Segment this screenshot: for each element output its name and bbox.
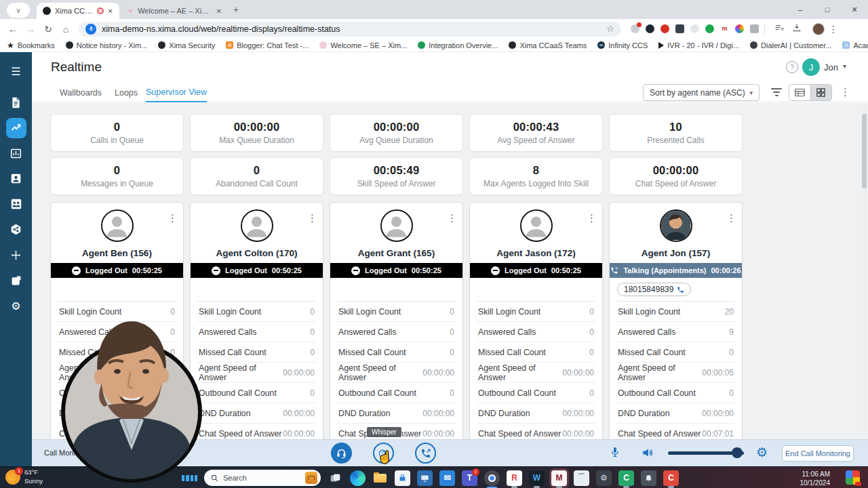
sidebar-item-settings[interactable]: ⚙ <box>6 296 26 316</box>
extension-icon[interactable] <box>660 24 669 33</box>
close-button[interactable]: ✕ <box>841 5 868 14</box>
bookmark-item[interactable]: Xima Security <box>158 41 215 49</box>
sort-dropdown[interactable]: Sort by agent name (ASC) ▾ <box>643 84 760 101</box>
scrollbar-thumb[interactable] <box>862 114 867 188</box>
bookmark-item[interactable]: Xima CCaaS Teams <box>509 41 587 49</box>
bookmark-item[interactable]: Welcome – SE – Xim... <box>319 41 407 49</box>
extension-icon[interactable] <box>690 24 699 33</box>
speaker-icon[interactable] <box>641 446 654 462</box>
notes-app-icon[interactable] <box>574 470 589 486</box>
color-wheel-extension-icon[interactable] <box>735 24 744 33</box>
tab-close-icon[interactable]: ✕ <box>216 7 222 15</box>
sidebar-menu-icon[interactable]: ☰ <box>6 61 26 81</box>
widgets-icon[interactable] <box>846 470 860 485</box>
sidebar-item-agents[interactable] <box>6 169 26 189</box>
reading-list-icon[interactable] <box>770 23 788 35</box>
mail-icon[interactable]: ✉ <box>439 470 455 486</box>
sidebar-item-share[interactable] <box>6 220 26 240</box>
start-button[interactable] <box>182 470 197 486</box>
microphone-icon[interactable] <box>610 446 620 462</box>
active-call-chip[interactable]: 18015849839 <box>617 283 691 296</box>
file-explorer-icon[interactable] <box>372 470 388 486</box>
device-icon[interactable] <box>417 470 433 486</box>
status-time: 00:50:25 <box>272 266 302 274</box>
settings-app-icon[interactable]: ⚙ <box>596 470 612 486</box>
bookmark-item[interactable]: DialerAI | Customer... <box>750 41 831 49</box>
grid-view-button[interactable] <box>810 85 831 100</box>
sidebar-item-reports[interactable] <box>6 92 26 113</box>
back-icon[interactable]: ← <box>4 24 22 35</box>
agent-menu-icon[interactable]: ⋮ <box>167 212 178 224</box>
browser-menu-icon[interactable]: ⋮ <box>825 24 842 35</box>
taskbar-clock[interactable]: 11:06 AM 10/1/2024 <box>800 470 831 487</box>
bookmark-item[interactable]: BBlogger: Chat Test -... <box>226 41 309 49</box>
weather-widget[interactable]: 1 63°FSunny <box>5 468 43 486</box>
downloads-icon[interactable] <box>788 23 806 35</box>
user-name[interactable]: Jon <box>824 62 838 73</box>
agent-menu-icon[interactable]: ⋮ <box>587 212 597 224</box>
filter-icon[interactable] <box>770 86 783 100</box>
word-app-icon[interactable]: W <box>529 470 545 486</box>
bookmark-item[interactable]: Integration Overvie... <box>418 41 498 49</box>
sidebar-item-groups[interactable] <box>6 194 26 214</box>
r-app-icon[interactable]: R <box>507 470 522 486</box>
camtasia-icon[interactable]: C <box>618 470 634 486</box>
listen-button[interactable] <box>331 443 352 464</box>
browser-tab-active[interactable]: Xima CCaaS ✕ <box>37 3 119 19</box>
user-avatar[interactable]: J <box>802 58 820 76</box>
forward-icon[interactable]: → <box>22 24 39 35</box>
user-caret-icon[interactable]: ▾ <box>843 62 846 70</box>
chrome-icon[interactable] <box>484 470 500 486</box>
recorder2-app-icon[interactable]: C <box>663 470 679 486</box>
whatsapp-extension-icon[interactable] <box>705 24 714 33</box>
bookmark-item[interactable]: IVR - 20 - IVR / Digi... <box>658 41 739 49</box>
barge-button[interactable] <box>415 443 436 464</box>
bell-app-icon[interactable] <box>641 470 656 486</box>
bookmarks-label[interactable]: ★Bookmarks <box>7 41 55 50</box>
volume-slider-thumb[interactable] <box>732 447 743 458</box>
task-view-button[interactable] <box>328 470 343 486</box>
agent-menu-icon[interactable]: ⋮ <box>726 212 736 224</box>
tab-wallboards[interactable]: Wallboards <box>60 83 102 102</box>
sidebar-item-external-link[interactable] <box>6 270 26 291</box>
bookmark-item[interactable]: Notice history - Xim... <box>66 41 148 49</box>
taskbar-search[interactable]: Search <box>204 470 321 486</box>
new-tab-button[interactable]: + <box>233 4 239 15</box>
monitor-settings-gear-icon[interactable]: ⚙ <box>756 445 768 460</box>
volume-slider[interactable] <box>668 451 744 455</box>
tab-supervisor-view[interactable]: Supervisor View <box>146 83 207 102</box>
bookmark-star-icon[interactable]: ☆ <box>606 24 614 34</box>
extension-icon[interactable] <box>631 24 639 33</box>
stat-row: Skill Login Count0 <box>197 302 316 322</box>
scrollbar[interactable] <box>863 104 867 438</box>
edge-icon[interactable] <box>350 470 366 486</box>
sidebar-item-realtime[interactable] <box>6 118 26 138</box>
store-icon[interactable] <box>395 470 410 486</box>
extension-m-icon[interactable]: m <box>720 24 729 33</box>
sidebar-item-move[interactable] <box>6 245 26 265</box>
extension-clock-icon[interactable] <box>646 24 654 33</box>
tab-loops[interactable]: Loops <box>115 83 138 102</box>
refresh-icon[interactable]: ↻ <box>39 24 57 35</box>
tab-search-button[interactable]: v <box>7 3 30 18</box>
table-view-button[interactable] <box>789 85 810 100</box>
sidebar-item-dashboards[interactable] <box>6 143 26 163</box>
agent-menu-icon[interactable]: ⋮ <box>307 212 317 224</box>
extensions-puzzle-icon[interactable] <box>750 24 759 33</box>
recorder-app-icon[interactable]: M <box>551 470 567 486</box>
minimize-button[interactable]: – <box>787 5 814 14</box>
bookmark-item[interactable]: ∞Infinity CCS <box>597 41 648 49</box>
agent-menu-icon[interactable]: ⋮ <box>447 212 457 224</box>
browser-tab-inactive[interactable]: ♥ Welcome – AE – Xima Demo S... ✕ <box>122 3 228 19</box>
extension-icon[interactable] <box>675 24 684 33</box>
more-options-icon[interactable]: ⋮ <box>840 86 850 98</box>
maximize-button[interactable]: □ <box>814 5 841 14</box>
help-icon[interactable]: ? <box>786 61 798 73</box>
browser-profile-avatar[interactable] <box>812 23 825 35</box>
url-bar[interactable]: xima-demo-ns.xima.cloud/web/realtime-dis… <box>79 22 621 37</box>
tab-close-icon[interactable]: ✕ <box>108 7 113 15</box>
home-icon[interactable]: ⌂ <box>57 24 75 35</box>
teams-icon[interactable]: T! <box>462 470 477 486</box>
bookmark-item[interactable]: XAcademy <box>842 41 868 49</box>
end-call-monitoring-button[interactable]: End Call Monitoring <box>782 445 854 462</box>
